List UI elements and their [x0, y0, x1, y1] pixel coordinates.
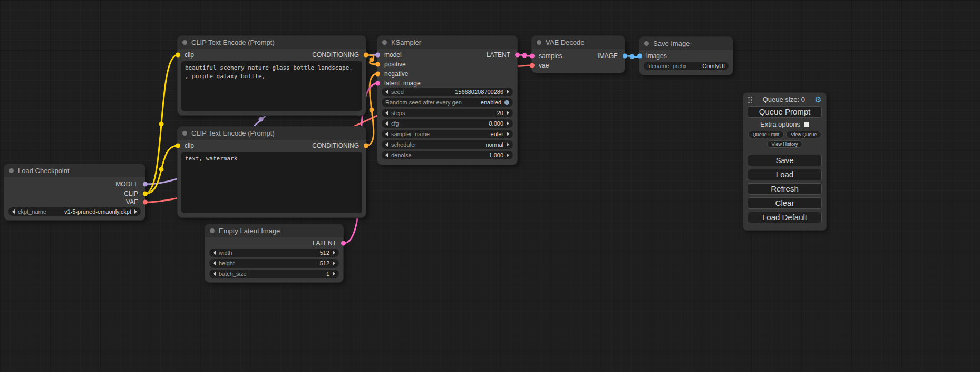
node-save-image[interactable]: Save Image images filename_prefix ComfyU…	[639, 37, 733, 75]
conditioning-port-icon[interactable]	[364, 144, 368, 148]
decrement-arrow-icon[interactable]	[385, 121, 388, 126]
seed-stepper[interactable]: seed 156680208700286	[382, 88, 513, 96]
vae-port-icon[interactable]	[143, 200, 148, 205]
node-titlebar[interactable]: CLIP Text Encode (Prompt)	[178, 36, 366, 49]
increment-arrow-icon[interactable]	[333, 272, 335, 276]
load-default-button[interactable]: Load Default	[748, 212, 822, 223]
increment-arrow-icon[interactable]	[507, 90, 509, 94]
widget-label: Random seed after every gen	[385, 99, 462, 106]
increment-arrow-icon[interactable]	[507, 111, 509, 115]
ckpt-name-combo[interactable]: ckpt_name v1-5-pruned-emaonly.ckpt	[8, 207, 141, 216]
widget-value: 8.000	[489, 120, 503, 127]
input-slot-vae[interactable]: vae	[532, 61, 625, 70]
increment-arrow-icon[interactable]	[507, 153, 509, 157]
decrement-arrow-icon[interactable]	[385, 142, 388, 147]
node-clip-text-encode-negative[interactable]: CLIP Text Encode (Prompt) clip CONDITION…	[178, 127, 366, 217]
queue-prompt-button[interactable]: Queue Prompt	[748, 106, 822, 118]
clip-port-icon[interactable]	[143, 192, 148, 196]
increment-arrow-icon[interactable]	[333, 261, 335, 265]
collapse-dot-icon[interactable]	[182, 40, 187, 45]
random-seed-toggle[interactable]: Random seed after every gen enabled	[382, 98, 513, 107]
increment-arrow-icon[interactable]	[507, 132, 509, 136]
output-slot-conditioning[interactable]: CONDITIONING	[178, 141, 366, 150]
conditioning-port-icon[interactable]	[364, 53, 368, 58]
input-slot-latent-image[interactable]: latent_image	[377, 79, 517, 88]
node-titlebar[interactable]: Empty Latent Image	[205, 224, 343, 237]
model-port-icon[interactable]	[143, 182, 148, 187]
collapse-dot-icon[interactable]	[382, 40, 387, 45]
output-slot-model[interactable]: MODEL	[4, 180, 145, 188]
node-vae-decode[interactable]: VAE Decode samples IMAGE vae	[532, 36, 625, 73]
decrement-arrow-icon[interactable]	[12, 209, 15, 214]
refresh-button[interactable]: Refresh	[748, 183, 822, 195]
input-slot-images[interactable]: images	[639, 52, 733, 60]
clear-button[interactable]: Clear	[748, 197, 822, 209]
node-load-checkpoint[interactable]: Load Checkpoint MODEL CLIP VAE ckpt_name…	[4, 164, 145, 220]
output-slot-latent[interactable]: LATENT	[205, 239, 343, 247]
sampler-name-combo[interactable]: sampler_name euler	[382, 130, 513, 138]
view-history-button[interactable]: View History	[767, 140, 803, 148]
extra-options-checkbox[interactable]	[804, 122, 809, 127]
decrement-arrow-icon[interactable]	[385, 153, 388, 157]
latent-port-icon[interactable]	[375, 81, 380, 86]
filename-prefix-field[interactable]: filename_prefix ComfyUI	[644, 62, 729, 70]
node-titlebar[interactable]: Load Checkpoint	[4, 164, 145, 177]
decrement-arrow-icon[interactable]	[385, 111, 388, 115]
node-titlebar[interactable]: VAE Decode	[532, 36, 625, 49]
latent-port-icon[interactable]	[515, 53, 520, 58]
conditioning-port-icon[interactable]	[375, 72, 380, 77]
node-titlebar[interactable]: CLIP Text Encode (Prompt)	[178, 127, 366, 140]
width-stepper[interactable]: width 512	[209, 249, 339, 257]
latent-port-icon[interactable]	[341, 241, 346, 246]
widget-value: enabled	[481, 99, 501, 106]
input-slot-positive[interactable]: positive	[377, 60, 517, 69]
node-ksampler[interactable]: KSampler model LATENT positive negative …	[377, 36, 517, 165]
collapse-dot-icon[interactable]	[644, 41, 649, 46]
save-button[interactable]: Save	[748, 155, 822, 166]
scheduler-combo[interactable]: scheduler normal	[382, 140, 513, 149]
node-titlebar[interactable]: KSampler	[377, 36, 517, 49]
load-button[interactable]: Load	[748, 169, 822, 180]
collapse-dot-icon[interactable]	[537, 40, 541, 45]
increment-arrow-icon[interactable]	[134, 209, 137, 214]
node-clip-text-encode-positive[interactable]: CLIP Text Encode (Prompt) clip CONDITION…	[178, 36, 366, 115]
vae-port-icon[interactable]	[530, 63, 535, 68]
collapse-dot-icon[interactable]	[210, 228, 215, 233]
increment-arrow-icon[interactable]	[333, 251, 335, 255]
conditioning-port-icon[interactable]	[375, 62, 380, 67]
negative-prompt-textarea[interactable]: text, watermark	[181, 152, 362, 213]
output-slot-conditioning[interactable]: CONDITIONING	[178, 51, 366, 59]
view-queue-button[interactable]: View Queue	[786, 131, 821, 138]
input-slot-negative[interactable]: negative	[377, 70, 517, 78]
output-slot-image[interactable]: IMAGE	[532, 52, 625, 60]
output-slot-clip[interactable]: CLIP	[4, 189, 145, 198]
increment-arrow-icon[interactable]	[507, 142, 509, 147]
decrement-arrow-icon[interactable]	[213, 261, 216, 265]
batch-size-stepper[interactable]: batch_size 1	[209, 270, 339, 278]
output-slot-latent[interactable]: LATENT	[377, 51, 517, 59]
drag-handle-icon[interactable]	[748, 96, 753, 103]
node-empty-latent-image[interactable]: Empty Latent Image LATENT width 512 heig…	[205, 224, 343, 282]
gear-icon[interactable]: ⚙	[815, 96, 822, 103]
decrement-arrow-icon[interactable]	[213, 251, 216, 255]
height-stepper[interactable]: height 512	[209, 259, 339, 268]
node-titlebar[interactable]: Save Image	[639, 37, 733, 50]
output-slot-vae[interactable]: VAE	[4, 198, 145, 206]
collapse-dot-icon[interactable]	[9, 168, 14, 173]
decrement-arrow-icon[interactable]	[385, 90, 388, 94]
widget-label: ckpt_name	[18, 208, 46, 215]
increment-arrow-icon[interactable]	[507, 121, 509, 126]
image-port-icon[interactable]	[637, 54, 642, 59]
node-graph-canvas[interactable]: Load Checkpoint MODEL CLIP VAE ckpt_name…	[0, 0, 980, 372]
collapse-dot-icon[interactable]	[182, 131, 187, 136]
cfg-stepper[interactable]: cfg 8.000	[382, 119, 513, 128]
decrement-arrow-icon[interactable]	[213, 272, 216, 276]
slot-label: VAE	[126, 198, 138, 206]
decrement-arrow-icon[interactable]	[385, 132, 388, 136]
steps-stepper[interactable]: steps 20	[382, 109, 513, 117]
denoise-stepper[interactable]: denoise 1.000	[382, 151, 513, 159]
positive-prompt-textarea[interactable]: beautiful scenery nature glass bottle la…	[181, 61, 362, 111]
queue-front-button[interactable]: Queue Front	[748, 131, 784, 138]
toggle-knob-icon[interactable]	[504, 100, 509, 105]
image-port-icon[interactable]	[623, 54, 627, 59]
